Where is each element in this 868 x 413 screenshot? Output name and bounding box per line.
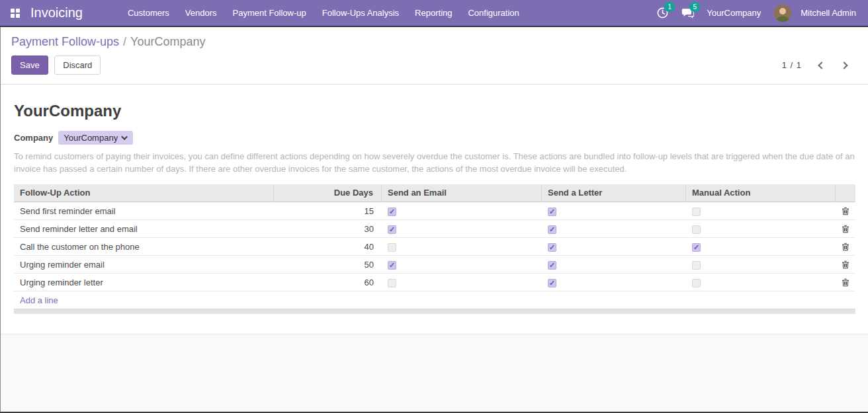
table-row[interactable]: Call the customer on the phone 40: [14, 238, 855, 256]
pager-previous-icon[interactable]: [818, 61, 825, 69]
form-sheet: YourCompany Company YourCompany To remin…: [1, 85, 868, 334]
follow-up-action-cell[interactable]: Send reminder letter and email: [14, 224, 274, 234]
table-header-row: Follow-Up Action Due Days Send an Email …: [14, 184, 855, 202]
send-email-checkbox[interactable]: [388, 225, 396, 234]
manual-action-checkbox[interactable]: [692, 207, 701, 216]
due-days-cell[interactable]: 15: [274, 206, 382, 216]
table-row[interactable]: Send reminder letter and email 30: [14, 220, 855, 238]
menu-item-follow-ups-analysis[interactable]: Follow-Ups Analysis: [314, 0, 407, 26]
menu-item-vendors[interactable]: Vendors: [177, 0, 225, 26]
discard-button[interactable]: Discard: [54, 56, 101, 75]
table-row[interactable]: Urging reminder email 50: [14, 256, 855, 274]
send-letter-checkbox[interactable]: [548, 225, 556, 234]
help-text: To remind customers of paying their invo…: [14, 150, 855, 175]
due-days-cell[interactable]: 30: [274, 224, 382, 234]
menu-item-configuration[interactable]: Configuration: [460, 0, 527, 26]
user-menu[interactable]: Mitchell Admin: [797, 8, 860, 18]
delete-row-button[interactable]: [842, 243, 849, 251]
send-email-checkbox[interactable]: [388, 243, 396, 252]
column-header-follow-up-action[interactable]: Follow-Up Action: [14, 184, 274, 202]
due-days-cell[interactable]: 40: [274, 242, 382, 252]
page-title: YourCompany: [14, 102, 855, 120]
send-email-checkbox[interactable]: [388, 261, 396, 270]
send-letter-checkbox[interactable]: [548, 243, 556, 252]
activities-badge: 1: [664, 2, 675, 12]
breadcrumb: Payment Follow-ups/YourCompany: [11, 35, 857, 49]
delete-row-button[interactable]: [842, 278, 849, 287]
due-days-cell[interactable]: 50: [274, 260, 382, 270]
send-letter-checkbox[interactable]: [548, 207, 556, 216]
table-body: Send first reminder email 15 Send remind…: [14, 202, 855, 291]
due-days-cell[interactable]: 60: [274, 278, 382, 287]
avatar[interactable]: [774, 5, 791, 22]
send-email-checkbox[interactable]: [388, 207, 396, 216]
control-panel: Payment Follow-ups/YourCompany Save Disc…: [1, 27, 868, 85]
delete-row-button[interactable]: [842, 260, 849, 269]
column-header-send-an-email[interactable]: Send an Email: [382, 184, 542, 202]
pager: 1 / 1: [782, 60, 857, 70]
manual-action-checkbox[interactable]: [692, 279, 701, 287]
trash-icon: [842, 260, 849, 269]
trash-icon: [842, 243, 849, 251]
activities-button[interactable]: 1: [652, 5, 672, 22]
menu-item-payment-follow-up[interactable]: Payment Follow-up: [225, 0, 314, 26]
manual-action-checkbox[interactable]: [692, 243, 701, 252]
breadcrumb-separator: /: [119, 35, 130, 48]
trash-icon: [842, 278, 849, 287]
app-name[interactable]: Invoicing: [30, 5, 83, 20]
breadcrumb-current: YourCompany: [130, 35, 205, 48]
company-select-value: YourCompany: [64, 133, 118, 143]
send-email-checkbox[interactable]: [388, 279, 396, 287]
follow-up-levels-table: Follow-Up Action Due Days Send an Email …: [14, 184, 855, 314]
menu-item-reporting[interactable]: Reporting: [407, 0, 460, 26]
column-header-send-a-letter[interactable]: Send a Letter: [542, 184, 686, 202]
column-header-manual-action[interactable]: Manual Action: [686, 184, 836, 202]
send-letter-checkbox[interactable]: [548, 261, 556, 270]
messages-badge: 5: [689, 2, 700, 12]
user-photo: [774, 5, 791, 22]
manual-action-checkbox[interactable]: [692, 225, 701, 234]
send-letter-checkbox[interactable]: [548, 279, 556, 287]
main-menu: Customers Vendors Payment Follow-up Foll…: [120, 0, 527, 26]
top-navbar: Invoicing Customers Vendors Payment Foll…: [0, 0, 868, 27]
delete-row-button[interactable]: [842, 225, 849, 233]
add-line-row: Add a line: [14, 291, 855, 309]
page-background: [1, 334, 868, 412]
messages-button[interactable]: 5: [677, 5, 697, 22]
follow-up-action-cell[interactable]: Send first reminder email: [14, 206, 274, 216]
company-select[interactable]: YourCompany: [58, 131, 133, 145]
trash-icon: [842, 207, 849, 215]
company-switcher[interactable]: YourCompany: [703, 8, 769, 18]
add-line-link[interactable]: Add a line: [20, 295, 58, 305]
column-header-actions: [836, 184, 855, 202]
follow-up-action-cell[interactable]: Call the customer on the phone: [14, 242, 274, 252]
breadcrumb-parent[interactable]: Payment Follow-ups: [11, 35, 119, 48]
trash-icon: [842, 225, 849, 233]
apps-menu-icon[interactable]: [0, 0, 30, 26]
follow-up-action-cell[interactable]: Urging reminder letter: [14, 278, 274, 287]
table-row[interactable]: Send first reminder email 15: [14, 202, 855, 220]
column-header-due-days[interactable]: Due Days: [274, 184, 382, 202]
grid-icon: [11, 9, 20, 18]
manual-action-checkbox[interactable]: [692, 261, 701, 270]
scrollbar-strip[interactable]: [14, 309, 855, 314]
pager-value: 1 / 1: [782, 60, 802, 70]
table-row[interactable]: Urging reminder letter 60: [14, 274, 855, 291]
chevron-down-icon: [121, 133, 128, 140]
follow-up-action-cell[interactable]: Urging reminder email: [14, 260, 274, 270]
delete-row-button[interactable]: [842, 207, 849, 215]
save-button[interactable]: Save: [11, 56, 48, 75]
menu-item-customers[interactable]: Customers: [120, 0, 177, 26]
pager-next-icon[interactable]: [840, 61, 847, 69]
company-label: Company: [14, 133, 53, 143]
